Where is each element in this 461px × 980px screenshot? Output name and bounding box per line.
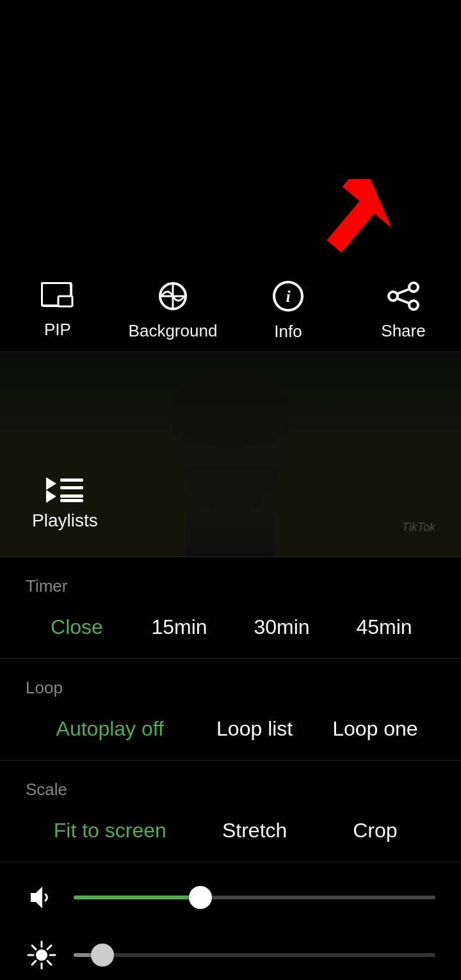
svg-point-10 bbox=[389, 292, 398, 301]
scale-options: Fit to screen Stretch Crop bbox=[26, 812, 435, 849]
timer-section: Timer Close 15min 30min 45min bbox=[0, 557, 461, 658]
pip-icon bbox=[41, 282, 74, 315]
timer-title: Timer bbox=[26, 576, 435, 596]
svg-rect-20 bbox=[60, 478, 83, 482]
loop-autoplay-off-btn[interactable]: Autoplay off bbox=[26, 711, 195, 747]
svg-marker-19 bbox=[46, 477, 56, 490]
timer-options: Close 15min 30min 45min bbox=[26, 609, 435, 645]
svg-point-9 bbox=[409, 301, 418, 310]
info-menu-item[interactable]: i Info bbox=[243, 280, 333, 342]
scale-stretch-btn[interactable]: Stretch bbox=[195, 812, 315, 849]
playlists-icon bbox=[46, 476, 83, 505]
svg-rect-17 bbox=[186, 512, 275, 557]
playlists-label: Playlists bbox=[32, 510, 98, 531]
brightness-row bbox=[26, 939, 435, 971]
background-icon bbox=[156, 281, 190, 316]
scale-title: Scale bbox=[26, 780, 435, 800]
svg-point-8 bbox=[409, 283, 418, 292]
background-menu-item[interactable]: Background bbox=[128, 281, 218, 341]
volume-fill bbox=[74, 896, 200, 899]
svg-text:i: i bbox=[286, 287, 291, 306]
pip-menu-item[interactable]: PIP bbox=[13, 282, 102, 340]
svg-line-32 bbox=[47, 961, 51, 965]
info-label: Info bbox=[274, 322, 302, 342]
svg-rect-24 bbox=[60, 499, 83, 502]
info-icon: i bbox=[272, 280, 304, 317]
svg-line-33 bbox=[47, 945, 51, 949]
background-label: Background bbox=[129, 321, 218, 341]
video-area: TikTok Playlists bbox=[0, 352, 461, 557]
red-arrow-indicator bbox=[327, 179, 410, 262]
share-label: Share bbox=[381, 321, 425, 341]
svg-text:TikTok: TikTok bbox=[402, 521, 436, 533]
timer-15min-btn[interactable]: 15min bbox=[128, 609, 230, 645]
loop-section: Loop Autoplay off Loop list Loop one bbox=[0, 659, 461, 760]
svg-marker-25 bbox=[31, 887, 42, 908]
brightness-track[interactable] bbox=[74, 953, 435, 957]
timer-close-btn[interactable]: Close bbox=[26, 609, 128, 645]
loop-title: Loop bbox=[26, 678, 435, 698]
share-menu-item[interactable]: Share bbox=[359, 281, 448, 341]
timer-30min-btn[interactable]: 30min bbox=[230, 609, 333, 645]
svg-marker-0 bbox=[327, 179, 410, 262]
svg-line-34 bbox=[32, 961, 36, 965]
svg-point-26 bbox=[36, 949, 47, 961]
svg-rect-23 bbox=[60, 494, 83, 498]
sliders-section bbox=[0, 862, 461, 980]
svg-rect-2 bbox=[58, 296, 72, 306]
pip-label: PIP bbox=[44, 320, 71, 340]
loop-one-btn[interactable]: Loop one bbox=[315, 711, 435, 747]
share-icon bbox=[387, 281, 420, 316]
svg-line-31 bbox=[32, 945, 36, 949]
timer-45min-btn[interactable]: 45min bbox=[333, 609, 435, 645]
brightness-icon bbox=[26, 939, 58, 971]
scale-section: Scale Fit to screen Stretch Crop bbox=[0, 761, 461, 862]
loop-options: Autoplay off Loop list Loop one bbox=[26, 711, 435, 747]
scale-crop-btn[interactable]: Crop bbox=[315, 812, 435, 849]
svg-line-12 bbox=[398, 299, 409, 303]
top-black-area bbox=[0, 0, 461, 267]
volume-thumb[interactable] bbox=[189, 886, 212, 909]
svg-line-11 bbox=[398, 289, 409, 294]
svg-rect-16 bbox=[173, 397, 288, 435]
svg-rect-21 bbox=[60, 486, 83, 489]
svg-marker-22 bbox=[46, 490, 56, 503]
volume-row bbox=[26, 881, 435, 913]
volume-icon bbox=[26, 881, 58, 913]
loop-list-btn[interactable]: Loop list bbox=[195, 711, 315, 747]
volume-track[interactable] bbox=[74, 896, 435, 899]
scale-fit-btn[interactable]: Fit to screen bbox=[26, 812, 195, 849]
brightness-thumb[interactable] bbox=[91, 944, 114, 967]
playlists-button[interactable]: Playlists bbox=[13, 463, 117, 544]
top-menu-bar: PIP Background i Info bbox=[0, 267, 461, 352]
